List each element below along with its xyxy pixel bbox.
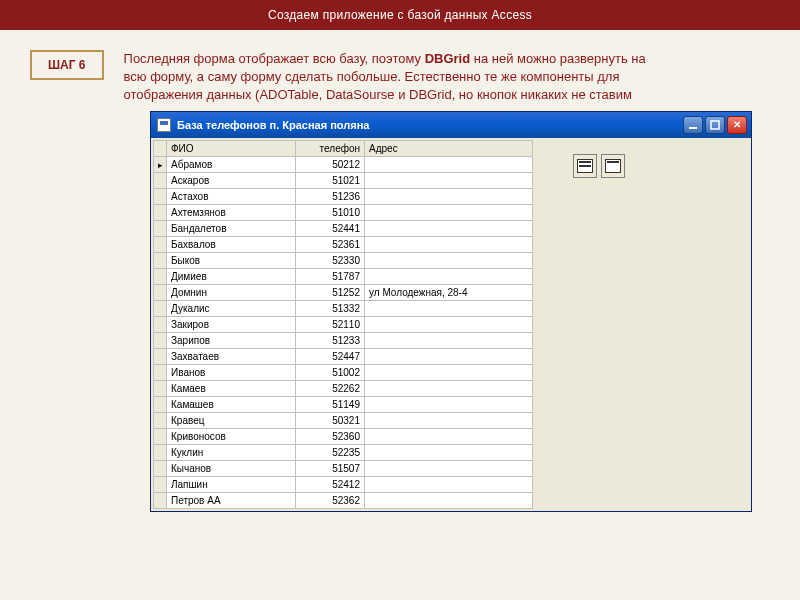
table-row[interactable]: Аскаров51021 (154, 172, 533, 188)
cell-adr[interactable] (365, 268, 533, 284)
table-row[interactable]: Захватаев52447 (154, 348, 533, 364)
table-row[interactable]: Кычанов51507 (154, 460, 533, 476)
cell-adr[interactable] (365, 332, 533, 348)
table-row[interactable]: Лапшин52412 (154, 476, 533, 492)
cell-fio[interactable]: Кычанов (167, 460, 296, 476)
row-indicator-cell (154, 380, 167, 396)
cell-adr[interactable] (365, 492, 533, 508)
table-row[interactable]: Закиров52110 (154, 316, 533, 332)
cell-fio[interactable]: Ахтемзянов (167, 204, 296, 220)
cell-fio[interactable]: Кравец (167, 412, 296, 428)
cell-tel[interactable]: 52330 (296, 252, 365, 268)
cell-tel[interactable]: 52110 (296, 316, 365, 332)
table-row[interactable]: Куклин52235 (154, 444, 533, 460)
cell-fio[interactable]: Дукалис (167, 300, 296, 316)
table-row[interactable]: Димиев51787 (154, 268, 533, 284)
cell-fio[interactable]: Быков (167, 252, 296, 268)
cell-fio[interactable]: Аскаров (167, 172, 296, 188)
cell-adr[interactable] (365, 476, 533, 492)
table-row[interactable]: Петров АА52362 (154, 492, 533, 508)
cell-adr[interactable] (365, 380, 533, 396)
cell-adr[interactable] (365, 316, 533, 332)
cell-adr[interactable] (365, 444, 533, 460)
table-row[interactable]: Астахов51236 (154, 188, 533, 204)
cell-tel[interactable]: 52447 (296, 348, 365, 364)
cell-fio[interactable]: Иванов (167, 364, 296, 380)
dbgrid[interactable]: ФИО телефон Адрес ▸Абрамов50212Аскаров51… (153, 140, 533, 509)
cell-tel[interactable]: 51002 (296, 364, 365, 380)
cell-fio[interactable]: Астахов (167, 188, 296, 204)
col-header-adr[interactable]: Адрес (365, 140, 533, 156)
cell-adr[interactable] (365, 428, 533, 444)
table-row[interactable]: Домнин51252ул Молодежная, 28-4 (154, 284, 533, 300)
table-row[interactable]: Бахвалов52361 (154, 236, 533, 252)
cell-adr[interactable] (365, 236, 533, 252)
cell-fio[interactable]: Куклин (167, 444, 296, 460)
cell-tel[interactable]: 51021 (296, 172, 365, 188)
cell-tel[interactable]: 52412 (296, 476, 365, 492)
datasource-icon[interactable] (601, 154, 625, 178)
cell-fio[interactable]: Абрамов (167, 156, 296, 172)
cell-tel[interactable]: 50212 (296, 156, 365, 172)
cell-fio[interactable]: Закиров (167, 316, 296, 332)
cell-tel[interactable]: 50321 (296, 412, 365, 428)
cell-adr[interactable]: ул Молодежная, 28-4 (365, 284, 533, 300)
cell-tel[interactable]: 51149 (296, 396, 365, 412)
table-row[interactable]: Дукалис51332 (154, 300, 533, 316)
maximize-button[interactable] (705, 116, 725, 134)
col-header-fio[interactable]: ФИО (167, 140, 296, 156)
cell-tel[interactable]: 52360 (296, 428, 365, 444)
cell-tel[interactable]: 51236 (296, 188, 365, 204)
cell-adr[interactable] (365, 412, 533, 428)
minimize-button[interactable] (683, 116, 703, 134)
cell-fio[interactable]: Бахвалов (167, 236, 296, 252)
cell-fio[interactable]: Домнин (167, 284, 296, 300)
table-row[interactable]: Зарипов51233 (154, 332, 533, 348)
cell-fio[interactable]: Лапшин (167, 476, 296, 492)
table-row[interactable]: Камаев52262 (154, 380, 533, 396)
cell-tel[interactable]: 51507 (296, 460, 365, 476)
cell-fio[interactable]: Захватаев (167, 348, 296, 364)
cell-adr[interactable] (365, 220, 533, 236)
cell-tel[interactable]: 52362 (296, 492, 365, 508)
cell-fio[interactable]: Камашев (167, 396, 296, 412)
cell-adr[interactable] (365, 204, 533, 220)
cell-fio[interactable]: Кривоносов (167, 428, 296, 444)
cell-tel[interactable]: 52441 (296, 220, 365, 236)
cell-adr[interactable] (365, 188, 533, 204)
cell-tel[interactable]: 52235 (296, 444, 365, 460)
cell-adr[interactable] (365, 460, 533, 476)
cell-adr[interactable] (365, 396, 533, 412)
cell-tel[interactable]: 51332 (296, 300, 365, 316)
table-row[interactable]: Иванов51002 (154, 364, 533, 380)
cell-adr[interactable] (365, 300, 533, 316)
table-row[interactable]: ▸Абрамов50212 (154, 156, 533, 172)
close-button[interactable]: ✕ (727, 116, 747, 134)
slide-header: Создаем приложение с базой данных Access (0, 0, 800, 30)
titlebar[interactable]: База телефонов п. Красная поляна ✕ (151, 112, 751, 138)
cell-tel[interactable]: 51252 (296, 284, 365, 300)
cell-tel[interactable]: 51233 (296, 332, 365, 348)
table-row[interactable]: Ахтемзянов51010 (154, 204, 533, 220)
cell-tel[interactable]: 52262 (296, 380, 365, 396)
cell-tel[interactable]: 52361 (296, 236, 365, 252)
cell-tel[interactable]: 51010 (296, 204, 365, 220)
adotable-icon[interactable] (573, 154, 597, 178)
cell-fio[interactable]: Зарипов (167, 332, 296, 348)
cell-adr[interactable] (365, 172, 533, 188)
cell-adr[interactable] (365, 252, 533, 268)
table-row[interactable]: Кривоносов52360 (154, 428, 533, 444)
cell-fio[interactable]: Петров АА (167, 492, 296, 508)
table-row[interactable]: Камашев51149 (154, 396, 533, 412)
cell-fio[interactable]: Бандалетов (167, 220, 296, 236)
table-row[interactable]: Кравец50321 (154, 412, 533, 428)
cell-fio[interactable]: Камаев (167, 380, 296, 396)
cell-adr[interactable] (365, 364, 533, 380)
table-row[interactable]: Бандалетов52441 (154, 220, 533, 236)
table-row[interactable]: Быков52330 (154, 252, 533, 268)
cell-adr[interactable] (365, 156, 533, 172)
cell-fio[interactable]: Димиев (167, 268, 296, 284)
col-header-tel[interactable]: телефон (296, 140, 365, 156)
cell-adr[interactable] (365, 348, 533, 364)
cell-tel[interactable]: 51787 (296, 268, 365, 284)
